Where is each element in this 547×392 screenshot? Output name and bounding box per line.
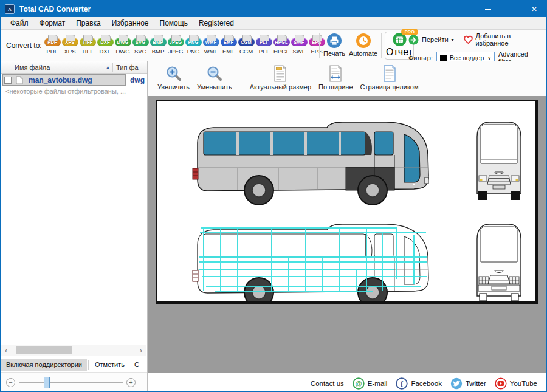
facebook-label: Facebook — [411, 380, 442, 387]
zoom-out-icon — [206, 65, 223, 82]
menu-help[interactable]: Помощь — [154, 18, 193, 29]
goto-caret-icon: ▾ — [452, 37, 454, 43]
column-header-name[interactable]: Имя файла ▲ — [1, 64, 112, 71]
format-badge-icon: DWG — [115, 38, 131, 46]
zoom-out-button[interactable]: Уменьшить — [193, 64, 236, 92]
format-badge-icon: JPEG — [168, 38, 184, 46]
format-label: EPS — [311, 48, 322, 55]
menu-registered[interactable]: Registered — [193, 18, 239, 29]
automate-label: Automate — [349, 50, 377, 57]
file-name: man_avtobus.dwg — [29, 76, 123, 84]
add-favorites-button[interactable]: Добавить в избранное — [464, 32, 541, 47]
goto-label: Перейти — [422, 36, 449, 43]
print-button[interactable]: Печать — [323, 33, 345, 57]
heart-icon — [464, 35, 473, 44]
format-button[interactable]: XPS XPS — [61, 34, 78, 55]
scrollbar-track[interactable] — [11, 346, 136, 354]
format-label: DXF — [100, 48, 111, 55]
youtube-icon — [495, 377, 507, 390]
mark-button[interactable]: Отметить — [90, 359, 129, 371]
email-link[interactable]: @ E-mail — [353, 377, 388, 390]
zoom-in-button[interactable]: Увеличить — [154, 64, 193, 92]
column-type-label: Тип фа — [116, 64, 139, 71]
file-panel: Имя файла ▲ Тип фа man_avtobus.dwg dwg <… — [1, 61, 147, 392]
print-label: Печать — [323, 50, 345, 57]
goto-arrow-icon — [408, 35, 419, 45]
scroll-left-icon[interactable]: ‹ — [1, 346, 11, 355]
filter-value: Все поддерж — [450, 54, 484, 61]
format-button[interactable]: HPGL HPGL — [273, 34, 290, 55]
whole-page-icon — [382, 65, 397, 82]
automate-button[interactable]: Automate — [349, 33, 377, 57]
format-button[interactable]: JPEG JPEG — [167, 34, 184, 55]
format-label: CGM — [239, 48, 253, 55]
format-button[interactable]: TIFF TIFF — [79, 34, 96, 55]
close-button[interactable]: ✕ — [523, 1, 546, 17]
svg-text:@: @ — [355, 380, 362, 387]
fit-width-button[interactable]: По ширине — [315, 64, 357, 92]
column-header-type[interactable]: Тип фа — [113, 64, 139, 71]
zoom-in-label: Увеличить — [157, 83, 190, 91]
slider-track[interactable] — [19, 382, 123, 383]
format-badge-icon: PNG — [185, 38, 202, 46]
format-button[interactable]: EMF EMF — [220, 34, 237, 55]
format-button[interactable]: PLT PLT — [255, 34, 272, 55]
drawing-page — [156, 100, 538, 304]
file-page-icon — [16, 76, 23, 84]
maximize-button[interactable] — [500, 1, 523, 17]
menu-edit[interactable]: Правка — [71, 18, 106, 29]
zoom-out-label: Уменьшить — [197, 83, 232, 91]
horizontal-scrollbar[interactable]: ‹ › — [1, 345, 146, 356]
menu-file[interactable]: Файл — [5, 18, 34, 29]
slider-plus-button[interactable]: + — [126, 378, 136, 387]
app-window: A Total CAD Converter ✕ Файл Формат Прав… — [0, 0, 547, 392]
format-label: BMP — [152, 48, 165, 55]
viewbar-separator — [241, 65, 241, 91]
format-button[interactable]: CGM CGM — [238, 34, 255, 55]
format-button[interactable]: EPS EPS — [308, 34, 325, 55]
preview-area[interactable] — [148, 96, 547, 373]
add-favorites-label: Добавить в избранное — [476, 32, 541, 47]
file-checkbox[interactable] — [4, 77, 12, 84]
scrollbar-thumb[interactable] — [16, 346, 72, 354]
whole-page-button[interactable]: Страница целиком — [357, 64, 422, 92]
format-badge-icon: SVG — [132, 38, 149, 46]
menu-format[interactable]: Формат — [34, 18, 71, 29]
goto-button[interactable]: Перейти ▾ — [408, 35, 454, 45]
facebook-link[interactable]: f Facebook — [396, 377, 442, 390]
format-button[interactable]: DWG DWG — [114, 34, 131, 55]
main-area: Увеличить Уменьшить — [148, 61, 547, 392]
toolbar-separator — [381, 33, 382, 58]
actual-size-button[interactable]: Актуальный размер — [246, 64, 315, 92]
maximize-icon — [509, 7, 514, 12]
file-type: dwg — [130, 76, 145, 84]
format-button[interactable]: BMP BMP — [150, 34, 167, 55]
file-row[interactable]: man_avtobus.dwg dwg — [2, 74, 147, 86]
youtube-link[interactable]: YouTube — [495, 377, 537, 390]
facebook-icon: f — [396, 377, 408, 390]
filter-label: Фильтр: — [408, 54, 433, 61]
format-label: WMF — [204, 48, 218, 55]
mark-extra-button[interactable]: С — [129, 359, 144, 371]
slider-minus-button[interactable]: − — [6, 378, 15, 387]
zoom-in-icon — [165, 65, 182, 82]
slider-thumb[interactable] — [44, 377, 50, 388]
format-label: EMF — [222, 48, 235, 55]
format-button[interactable]: WMF WMF — [202, 34, 219, 55]
scroll-right-icon[interactable]: › — [136, 346, 146, 355]
format-button[interactable]: DXF DXF — [97, 34, 114, 55]
menu-favorites[interactable]: Избранное — [106, 18, 154, 29]
include-subdirs-button[interactable]: Включая поддиректории — [1, 359, 87, 371]
contact-us-link[interactable]: Contact us — [311, 380, 344, 387]
youtube-label: YouTube — [510, 380, 537, 387]
minimize-button[interactable] — [476, 1, 500, 17]
footer-bar: Contact us @ E-mail f Facebook — [148, 373, 547, 392]
format-badge-icon: TIFF — [80, 38, 96, 46]
format-button[interactable]: PDF PDF — [44, 34, 61, 55]
filter-color-swatch — [440, 55, 447, 61]
format-button[interactable]: SWF SWF — [291, 34, 308, 55]
format-button[interactable]: PNG PNG — [185, 34, 202, 55]
app-icon: A — [5, 4, 15, 14]
format-button[interactable]: SVG SVG — [132, 34, 149, 55]
twitter-link[interactable]: Twitter — [450, 377, 486, 390]
